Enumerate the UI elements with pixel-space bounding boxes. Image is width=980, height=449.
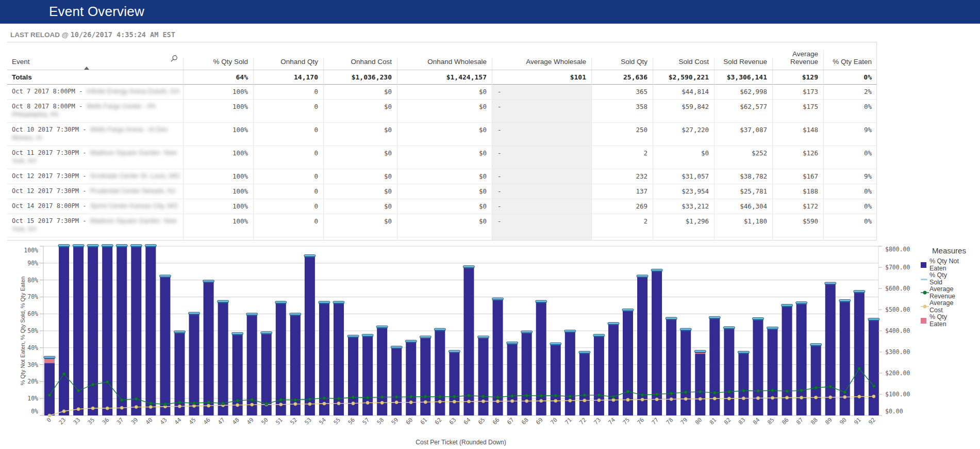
search-icon[interactable] xyxy=(171,55,178,62)
x-axis-tick-label[interactable]: 64 xyxy=(462,416,472,426)
x-axis-tick-label[interactable]: 83 xyxy=(737,416,747,426)
bar-qty-not-eaten[interactable] xyxy=(305,256,315,415)
series-average-revenue-line-marker[interactable] xyxy=(612,395,615,398)
series-average-cost-line-marker[interactable] xyxy=(525,399,528,403)
series-average-cost-line-marker[interactable] xyxy=(481,399,485,403)
x-axis-tick-label[interactable]: 48 xyxy=(231,416,241,426)
qty-sold-cap-marker[interactable] xyxy=(246,313,258,315)
x-axis-tick-label[interactable]: 67 xyxy=(506,416,516,426)
column-header--qty-eaten[interactable]: % Qty Eaten xyxy=(824,58,877,70)
series-average-cost-line-marker[interactable] xyxy=(395,401,398,404)
series-average-cost-line-marker[interactable] xyxy=(684,397,687,400)
series-average-revenue-line-marker[interactable] xyxy=(323,396,326,399)
qty-sold-cap-marker[interactable] xyxy=(810,344,822,346)
qty-sold-cap-marker[interactable] xyxy=(507,342,518,344)
x-axis-tick-label[interactable]: 54 xyxy=(318,416,328,426)
bar-qty-not-eaten[interactable] xyxy=(565,332,575,415)
series-average-revenue-line-marker[interactable] xyxy=(511,394,514,397)
x-axis-tick-label[interactable]: 23 xyxy=(58,416,68,426)
column-header-sold-revenue[interactable]: Sold Revenue xyxy=(715,58,773,70)
x-axis-tick-label[interactable]: 57 xyxy=(361,416,371,426)
event-cell[interactable]: Oct 15 2017 7:30PM - Madison Square Gard… xyxy=(7,214,184,237)
bar-qty-not-eaten[interactable] xyxy=(753,319,763,415)
series-average-revenue-line-marker[interactable] xyxy=(222,402,225,405)
bar-qty-not-eaten[interactable] xyxy=(724,328,734,415)
bar-qty-not-eaten[interactable] xyxy=(478,338,489,415)
x-axis-tick-label[interactable]: 87 xyxy=(795,416,805,426)
series-average-revenue-line-marker[interactable] xyxy=(800,389,803,392)
series-average-cost-line-marker[interactable] xyxy=(251,403,254,406)
qty-sold-cap-marker[interactable] xyxy=(145,245,156,247)
bar-qty-not-eaten[interactable] xyxy=(449,352,459,415)
x-axis-tick-label[interactable]: 55 xyxy=(333,416,342,426)
bar-qty-not-eaten[interactable] xyxy=(522,332,532,415)
series-average-revenue-line-marker[interactable] xyxy=(670,392,673,395)
x-axis-tick-label[interactable]: 89 xyxy=(824,416,834,426)
series-average-revenue-line-marker[interactable] xyxy=(106,380,109,383)
series-average-cost-line-marker[interactable] xyxy=(77,408,80,411)
x-axis-tick-label[interactable]: 58 xyxy=(376,416,386,426)
series-average-revenue-line-marker[interactable] xyxy=(467,394,470,397)
table-row[interactable]: Oct 14 2017 8:00PM - Sprint Center Kansa… xyxy=(7,199,877,214)
qty-sold-cap-marker[interactable] xyxy=(492,298,504,300)
legend-item--qty-sold[interactable]: % Qty Sold xyxy=(915,272,960,286)
series-average-revenue-line-marker[interactable] xyxy=(872,384,875,388)
series-average-cost-line-marker[interactable] xyxy=(467,400,470,403)
series-average-cost-line-marker[interactable] xyxy=(120,406,123,409)
series-average-revenue-line-marker[interactable] xyxy=(843,391,846,394)
qty-sold-cap-marker[interactable] xyxy=(854,291,865,293)
x-axis-tick-label[interactable]: 77 xyxy=(651,416,660,426)
x-axis-tick-label[interactable]: 71 xyxy=(563,416,573,426)
qty-sold-cap-marker[interactable] xyxy=(58,245,70,247)
x-axis-tick-label[interactable]: 79 xyxy=(679,416,689,426)
qty-sold-cap-marker[interactable] xyxy=(796,302,807,304)
x-axis-tick-label[interactable]: 86 xyxy=(780,416,790,426)
event-cell[interactable]: Oct 12 2017 7:30PM - Scottrade Center St… xyxy=(7,169,184,184)
series-average-cost-line-marker[interactable] xyxy=(511,399,514,403)
series-average-revenue-line-marker[interactable] xyxy=(192,402,195,405)
bar-qty-not-eaten[interactable] xyxy=(551,344,561,415)
qty-sold-cap-marker[interactable] xyxy=(87,245,98,247)
series-average-cost-line-marker[interactable] xyxy=(786,396,789,399)
series-average-cost-line-marker[interactable] xyxy=(453,400,456,403)
legend-item--qty-eaten[interactable]: % Qty Eaten xyxy=(915,314,960,328)
series-average-revenue-line-marker[interactable] xyxy=(742,389,745,392)
series-average-revenue-line-marker[interactable] xyxy=(815,386,818,389)
table-row[interactable]: Oct 8 2017 8:00PM - Wells Fargo Center -… xyxy=(7,100,877,123)
series-average-cost-line-marker[interactable] xyxy=(670,397,673,400)
series-average-cost-line-marker[interactable] xyxy=(380,401,384,404)
column-header-onhand-wholesale[interactable]: Onhand Wholesale xyxy=(397,58,492,70)
bar-qty-not-eaten[interactable] xyxy=(131,246,141,415)
x-axis-tick-label[interactable]: 43 xyxy=(159,416,169,426)
bar-qty-not-eaten[interactable] xyxy=(536,302,546,415)
series-average-cost-line-marker[interactable] xyxy=(178,405,181,408)
series-average-cost-line-marker[interactable] xyxy=(337,402,340,405)
bar-qty-not-eaten[interactable] xyxy=(695,354,705,415)
x-axis-tick-label[interactable]: 56 xyxy=(347,416,357,426)
series-average-revenue-line-marker[interactable] xyxy=(655,393,658,396)
qty-sold-cap-marker[interactable] xyxy=(290,313,301,315)
x-axis-tick-label[interactable]: 82 xyxy=(723,416,733,426)
qty-sold-cap-marker[interactable] xyxy=(44,356,55,358)
series-average-cost-line-marker[interactable] xyxy=(641,398,644,401)
x-axis-tick-label[interactable]: 80 xyxy=(694,416,704,426)
series-average-cost-line-marker[interactable] xyxy=(294,403,297,406)
series-average-revenue-line-marker[interactable] xyxy=(786,390,789,393)
x-axis-tick-label[interactable]: 91 xyxy=(853,416,862,426)
qty-sold-cap-marker[interactable] xyxy=(478,336,489,338)
qty-sold-cap-marker[interactable] xyxy=(723,327,735,329)
x-axis-tick-label[interactable]: 90 xyxy=(838,416,848,426)
bar-qty-not-eaten[interactable] xyxy=(59,246,69,415)
series-average-cost-line-marker[interactable] xyxy=(583,399,586,402)
series-average-cost-line-marker[interactable] xyxy=(279,403,283,406)
series-average-revenue-line-marker[interactable] xyxy=(163,403,167,406)
bar-qty-not-eaten[interactable] xyxy=(811,345,821,415)
x-axis-tick-label[interactable]: 74 xyxy=(607,416,617,426)
legend-item-average-cost[interactable]: Average Cost xyxy=(915,300,960,314)
x-axis-tick-label[interactable]: 88 xyxy=(809,416,819,426)
qty-sold-cap-marker[interactable] xyxy=(738,351,749,353)
bar-qty-not-eaten[interactable] xyxy=(204,282,214,415)
qty-sold-cap-marker[interactable] xyxy=(536,300,547,302)
table-row[interactable]: Oct 12 2017 7:30PM - Scottrade Center St… xyxy=(7,169,877,184)
x-axis-tick-label[interactable]: 65 xyxy=(477,416,487,426)
